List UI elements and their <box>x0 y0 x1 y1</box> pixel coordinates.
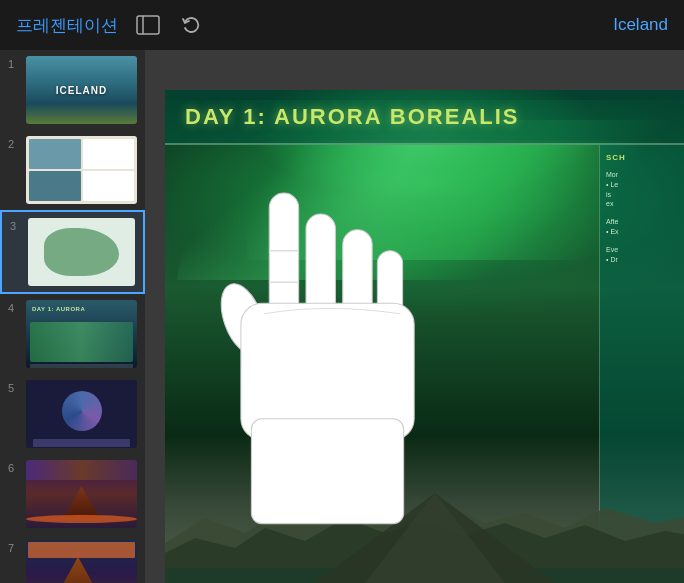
slide-thumb-7[interactable]: 7 <box>0 534 145 583</box>
slide-title: DAY 1: AURORA BOREALIS <box>185 104 520 130</box>
slides-sidebar: 1 ICELAND 2 3 4 <box>0 50 145 583</box>
slide-num-1: 1 <box>8 56 20 70</box>
slide-thumb-4[interactable]: 4 DAY 1: AURORA <box>0 294 145 374</box>
slide-title-bar: DAY 1: AURORA BOREALIS <box>165 90 684 145</box>
schedule-heading: SCH <box>606 153 678 162</box>
morning-bullet-2: is <box>606 190 678 200</box>
morning-section: Mor • Le is ex <box>606 170 678 209</box>
slide-4-text <box>30 364 133 368</box>
slide-preview-4: DAY 1: AURORA <box>26 300 137 368</box>
slide-preview-2 <box>26 136 137 204</box>
slide-7-header <box>28 542 135 558</box>
topbar-left: 프레젠테이션 <box>16 14 206 37</box>
slide-preview-1: ICELAND <box>26 56 137 124</box>
schedule-heading-section: SCH <box>606 153 678 162</box>
slide-2-cell <box>83 139 135 169</box>
slide-preview-7 <box>26 540 137 583</box>
evening-bullet-1: • Dr <box>606 255 678 265</box>
slide-preview-6 <box>26 460 137 528</box>
morning-bullet-3: ex <box>606 199 678 209</box>
svg-rect-0 <box>137 16 159 34</box>
slide-1-title: ICELAND <box>56 85 107 96</box>
slide-4-aurora <box>30 322 133 362</box>
mountain-silhouette <box>165 463 684 583</box>
slide-thumb-5[interactable]: 5 <box>0 374 145 454</box>
panel-toggle-button[interactable] <box>134 14 162 36</box>
morning-bullet-1: • Le <box>606 180 678 190</box>
slide-num-6: 6 <box>8 460 20 474</box>
slide-thumb-3[interactable]: 3 <box>0 210 145 294</box>
slide-stage: DAY 1: AURORA BOREALIS SCH Mor • Le is e… <box>165 90 684 583</box>
evening-section: Eve • Dr <box>606 245 678 265</box>
slide-6-lava <box>26 515 137 523</box>
afternoon-label: Afte <box>606 217 678 227</box>
slide-preview-5 <box>26 380 137 448</box>
slide-6-volcano <box>52 478 112 518</box>
slide-num-7: 7 <box>8 540 20 554</box>
slide-2-cell <box>83 171 135 201</box>
morning-label: Mor <box>606 170 678 180</box>
presentation-title: Iceland <box>613 15 668 35</box>
slide-3-map <box>44 228 119 276</box>
slide-4-label: DAY 1: AURORA <box>30 304 133 314</box>
slide-num-5: 5 <box>8 380 20 394</box>
slide-preview-3 <box>28 218 135 286</box>
slide-2-cell <box>29 139 81 169</box>
slide-thumb-6[interactable]: 6 <box>0 454 145 534</box>
slide-num-2: 2 <box>8 136 20 150</box>
aurora-slide: DAY 1: AURORA BOREALIS SCH Mor • Le is e… <box>165 90 684 583</box>
main-content-area: DAY 1: AURORA BOREALIS SCH Mor • Le is e… <box>145 50 684 583</box>
slide-6-sky <box>26 460 137 480</box>
evening-label: Eve <box>606 245 678 255</box>
topbar: 프레젠테이션 Iceland <box>0 0 684 50</box>
slide-num-3: 3 <box>10 218 22 232</box>
slide-2-cell <box>29 171 81 201</box>
undo-button[interactable] <box>178 14 206 36</box>
slide-thumb-1[interactable]: 1 ICELAND <box>0 50 145 130</box>
app-menu-label[interactable]: 프레젠테이션 <box>16 14 118 37</box>
slide-5-circle <box>62 391 102 431</box>
afternoon-section: Afte • Ex <box>606 217 678 237</box>
afternoon-bullet-1: • Ex <box>606 227 678 237</box>
slide-thumb-2[interactable]: 2 <box>0 130 145 210</box>
slide-num-4: 4 <box>8 300 20 314</box>
slide-5-text <box>33 439 130 447</box>
